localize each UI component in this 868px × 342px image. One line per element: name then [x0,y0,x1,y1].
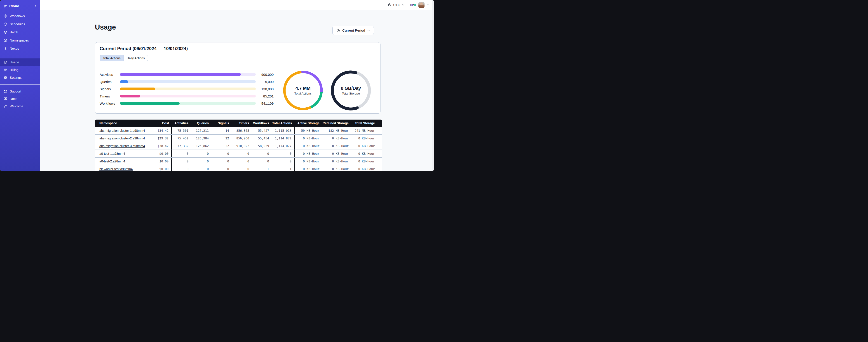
temporal-logo-icon [3,4,7,8]
collapse-sidebar-icon[interactable] [33,4,37,8]
total-actions-cell: 1,114,872 [272,135,294,142]
cost-cell: $0.00 [149,158,172,165]
signals-cell: 22 [212,135,232,142]
total-actions-cell: 1,115,018 [272,127,294,134]
sidebar-item-namespaces[interactable]: Namespaces [0,36,40,44]
sidebar-item-label: Billing [10,68,19,72]
total-actions-label: Total Actions [294,92,312,95]
namespace-link[interactable]: a0-test-2.a98mm4 [99,160,125,163]
bar-label: Signals [100,87,120,91]
welcome-rocket-icon [3,104,7,108]
sidebar-item-docs[interactable]: Docs [0,95,40,102]
col-activities: Activities [172,119,191,127]
chevron-down-icon [367,29,370,32]
sidebar-item-welcome[interactable]: Welcome [0,102,40,110]
nexus-asterisk-icon [3,46,7,50]
col-active-storage: Active Storage [294,119,322,127]
cost-cell: $29.32 [149,135,172,142]
sidebar-item-batch[interactable]: Batch [0,28,40,36]
chevron-down-icon [402,3,405,6]
bar-label: Queries [100,80,120,84]
period-select-button[interactable]: Current Period [332,26,374,35]
page-title: Usage [95,23,116,31]
namespaces-cube-icon [3,38,7,42]
bar-fill [120,80,128,83]
namespace-link[interactable]: a0-test-1.a98mm4 [99,152,125,156]
tab-total-actions[interactable]: Total Actions [100,55,124,61]
sidebar-item-label: Schedules [10,22,25,26]
bar-label: Workflows [100,102,120,105]
col-total-actions: Total Actions [272,119,294,127]
bar-track [120,95,256,98]
queries-cell: 127,211 [191,127,212,134]
docs-book-icon [3,97,7,101]
sidebar-item-label: Workflows [10,14,25,18]
sidebar-item-label: Nexus [10,47,19,50]
bar-fill [120,102,180,105]
timers-cell: 0 [232,150,252,157]
bar-track [120,102,256,105]
col-total-storage: Total Storage [351,119,382,127]
namespace-usage-table: Namespace Cost Activities Queries Signal… [95,119,382,171]
sidebar: Cloud Workflows Schedules [0,0,40,171]
namespace-link[interactable]: abs-migration-cluster-3.a98mm4 [99,144,145,148]
sidebar-item-support[interactable]: Support [0,88,40,95]
workflows-cell: 1 [252,165,272,171]
actions-view-toggle: Total Actions Daily Actions [100,55,148,61]
timezone-selector[interactable]: UTC [388,3,405,7]
bar-value: 130,000 [256,87,274,91]
sidebar-nav-account: Usage Billing Settings [0,59,40,81]
queries-cell: 0 [191,150,212,157]
timers-cell: 910,922 [232,142,252,149]
cost-cell: $0.00 [149,165,172,171]
bar-value: 541,109 [256,102,274,105]
bar-track [120,80,256,83]
app-window: Cloud Workflows Schedules [0,0,434,171]
total-actions-cell: 0 [272,150,294,157]
sidebar-item-billing[interactable]: Billing [0,66,40,74]
activities-cell: 77,332 [172,142,191,149]
actions-bar-chart: Activities 900,000 Queries 5,000 Signals… [100,71,274,107]
active-storage-cell: 0 KB-Hour [294,150,322,157]
namespace-link[interactable]: abs-migration-cluster-1.a98mm4 [99,129,145,132]
total-actions-cell: 1 [272,165,294,171]
signals-cell: 0 [212,165,232,171]
cost-cell: $38.42 [149,142,172,149]
col-retained-storage: Retained Storage [322,119,351,127]
sidebar-item-nexus[interactable]: Nexus [0,44,40,53]
user-menu-chevron-icon[interactable] [427,3,430,6]
signals-cell: 22 [212,142,232,149]
total-storage-cell: 0 KB-Hour [351,135,382,142]
retained-storage-cell: 0 KB-Hour [322,135,351,142]
namespace-link[interactable]: bk-worker-test.a98mm4 [99,167,133,171]
col-namespace: Namespace [95,119,149,127]
labs-glasses-icon[interactable] [410,3,416,7]
signals-cell: 0 [212,150,232,157]
donut-center-text: 0 GB/Day Total Storage [330,69,372,112]
page-scrollbar[interactable] [432,0,434,171]
active-storage-cell: 0 KB-Hour [294,142,322,149]
activities-cell: 0 [172,165,191,171]
support-lifebuoy-icon [3,89,7,93]
user-avatar[interactable] [418,2,425,8]
sidebar-item-usage[interactable]: Usage [0,59,40,66]
retained-storage-cell: 182 MB-Hour [322,127,351,134]
queries-cell: 126,862 [191,142,212,149]
bar-value: 85,201 [256,94,274,98]
bar-fill [120,73,241,76]
sidebar-item-label: Support [10,90,21,93]
tab-daily-actions[interactable]: Daily Actions [124,55,148,61]
sidebar-brand[interactable]: Cloud [3,3,37,9]
sidebar-item-workflows[interactable]: Workflows [0,12,40,20]
brand-label: Cloud [9,4,31,8]
sidebar-item-schedules[interactable]: Schedules [0,20,40,28]
total-storage-cell: 0 KB-Hour [351,165,382,171]
table-row: abs-migration-cluster-3.a98mm4 $38.42 77… [95,142,382,149]
col-cost: Cost [149,119,172,127]
workflows-icon [3,14,7,18]
namespace-link[interactable]: abs-migration-cluster-2.a98mm4 [99,136,145,140]
sidebar-item-settings[interactable]: Settings [0,74,40,81]
bar-fill [120,95,140,98]
retained-storage-cell: 0 KB-Hour [322,165,351,171]
retained-storage-cell: 0 KB-Hour [322,150,351,157]
